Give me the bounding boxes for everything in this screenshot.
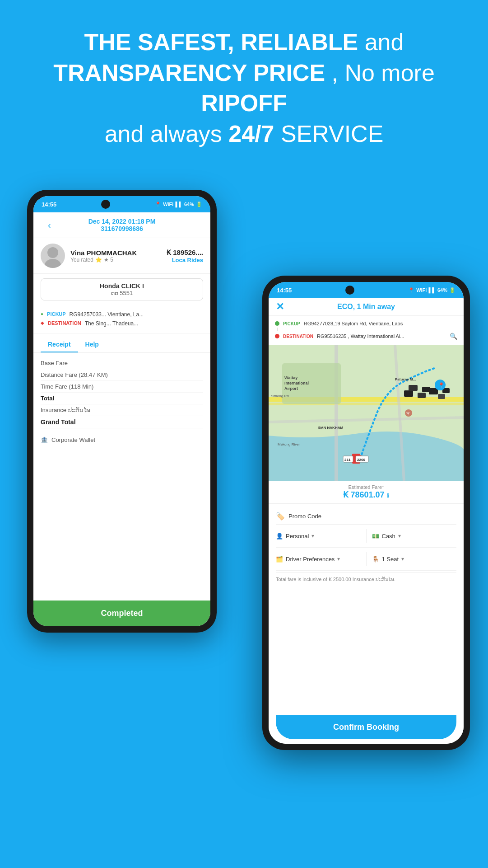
total-row: Total [41, 393, 203, 404]
seat-chevron: ▾ [401, 556, 404, 562]
tab-help[interactable]: Help [78, 337, 106, 352]
driver-rating: You rated ⭐ ★ 5 [70, 257, 137, 263]
time-fare-label: Time Fare (118 Min) [41, 383, 93, 390]
booking-phone: 311670998686 [88, 225, 156, 232]
location-icon-front: 📍 [408, 287, 414, 293]
battery-icon-front: 🔋 [449, 287, 455, 293]
pickup-label-back: PICKUP [47, 311, 66, 317]
header-service: and always 24/7 SERVICE [105, 121, 384, 147]
driver-seat-row: 🗂️ Driver Preferences ▾ 🪑 1 Seat ▾ [276, 548, 456, 571]
pickup-route-text: RG94277028,19 Saylom Rd, Vientiane, Laos [304, 321, 457, 326]
pickup-route-label: PICKUP [283, 321, 300, 326]
close-button[interactable]: ✕ [276, 301, 284, 313]
header-bold1: THE SAFEST, [84, 29, 234, 55]
svg-rect-12 [438, 394, 445, 399]
back-header-text: Dec 14, 2022 01:18 PM 311670998686 [88, 218, 156, 232]
pickup-dot [275, 321, 279, 326]
wifi-icon: WiFi [163, 202, 173, 207]
dest-row: ◆ DESTINATION The Sing... Thadeuа... [41, 320, 203, 327]
location-icon: 📍 [155, 202, 161, 207]
svg-text:211: 211 [344, 458, 351, 462]
phones-container: 14:55 📍 WiFi ▌▌ 64% 🔋 ‹ Dec 14, 2022 01:… [0, 176, 488, 868]
header-reliable: RELIABLE and [241, 29, 404, 55]
wallet-icon: 🏦 [41, 436, 48, 443]
price-service: ₭ 189526.... Loca Rides [167, 249, 203, 263]
svg-text:⛩: ⛩ [406, 412, 410, 416]
back-arrow-icon[interactable]: ‹ [48, 220, 51, 230]
battery-icon: 🔋 [196, 202, 202, 207]
front-time: 14:55 [277, 287, 292, 294]
option-divider-1 [366, 529, 367, 543]
confirm-booking-button[interactable]: Confirm Booking [276, 715, 456, 739]
back-icons: 📍 WiFi ▌▌ 64% 🔋 [155, 202, 202, 207]
cash-icon: 💵 [372, 533, 379, 540]
insurance-label: Insurance ປະກັນໄພ [41, 407, 90, 413]
svg-text:BAN NAKHAM: BAN NAKHAM [318, 426, 343, 430]
wallet-row: 🏦 Corporate Wallet [33, 433, 210, 447]
pickup-route-row: PICKUP RG94277028,19 Saylom Rd, Vientian… [275, 319, 457, 328]
bottom-panel: 🏷️ Promo Code 👤 Personal ▾ 💵 Cash ▾ [269, 504, 464, 744]
fare-estimate-label: Estimated Fare* [272, 484, 460, 490]
promo-row[interactable]: 🏷️ Promo Code [276, 508, 456, 525]
driver-pref-option[interactable]: 🗂️ Driver Preferences ▾ [276, 556, 361, 563]
svg-text:Wattay: Wattay [284, 375, 297, 380]
svg-point-0 [47, 247, 58, 258]
svg-rect-10 [418, 393, 426, 398]
cash-label: Cash [382, 533, 395, 540]
distance-fare-row: Distance Fare (28.47 KM) [41, 369, 203, 381]
battery-label: 64% [184, 202, 194, 207]
wallet-label: Corporate Wallet [51, 436, 95, 443]
svg-text:Airport: Airport [284, 386, 298, 391]
tab-receipt[interactable]: Receipt [41, 337, 78, 352]
svg-point-1 [45, 259, 61, 268]
promo-label: Promo Code [288, 513, 321, 520]
driver-avatar [41, 244, 65, 268]
svg-rect-14 [409, 385, 418, 391]
seat-option[interactable]: 🪑 1 Seat ▾ [372, 556, 457, 563]
base-fare-label: Base Fare [41, 360, 68, 366]
promo-icon: 🏷️ [276, 512, 285, 521]
svg-text:International: International [284, 381, 309, 385]
svg-text:Mekong River: Mekong River [278, 442, 300, 446]
ride-price: ₭ 189526.... [167, 249, 203, 257]
front-notch [345, 286, 354, 295]
seat-label: 1 Seat [382, 556, 399, 563]
personal-option[interactable]: 👤 Personal ▾ [276, 533, 361, 540]
back-time: 14:55 [42, 201, 56, 208]
dest-route-row: DESTINATION RG95516235 , Wattay Internat… [275, 331, 457, 341]
front-status-bar: 14:55 📍 WiFi ▌▌ 64% 🔋 [269, 282, 464, 298]
phone-front-screen: 14:55 📍 WiFi ▌▌ 64% 🔋 ✕ ECO, 1 Min away [269, 282, 464, 744]
svg-text:Sithong Rd: Sithong Rd [271, 394, 289, 398]
phone-back: 14:55 📍 WiFi ▌▌ 64% 🔋 ‹ Dec 14, 2022 01:… [27, 190, 217, 633]
insurance-note: Total fare is inclusive of ₭ 2500.00 Ins… [276, 572, 456, 586]
seat-icon: 🪑 [372, 556, 379, 563]
total-label: Total [41, 395, 54, 402]
svg-rect-9 [404, 390, 413, 397]
map-area: 📍 Wattay International Airport BAN NAKHA… [269, 345, 464, 481]
back-app-header: ‹ Dec 14, 2022 01:18 PM 311670998686 [33, 212, 210, 238]
svg-text:Patuxay M...: Patuxay M... [395, 377, 416, 381]
search-icon[interactable]: 🔍 [450, 333, 457, 340]
driver-pref-label: Driver Preferences [286, 556, 335, 563]
completed-button[interactable]: Completed [33, 601, 210, 626]
header-section: THE SAFEST, RELIABLE and TRANSPARENCY PR… [0, 0, 488, 167]
info-icon: ℹ [387, 493, 389, 499]
avatar-svg [41, 244, 65, 268]
battery-label-front: 64% [437, 287, 447, 293]
booking-date: Dec 14, 2022 01:18 PM [88, 218, 156, 225]
eco-title: ECO, 1 Min away [337, 303, 395, 311]
eco-top-bar: ✕ ECO, 1 Min away [269, 298, 464, 316]
dest-label-back: DESTINATION [48, 320, 81, 326]
signal-icon-front: ▌▌ [428, 287, 436, 293]
wifi-icon-front: WiFi [416, 287, 427, 293]
cash-chevron: ▾ [398, 533, 401, 539]
phone-back-screen: 14:55 📍 WiFi ▌▌ 64% 🔋 ‹ Dec 14, 2022 01:… [33, 196, 210, 626]
driver-info: Vina PHOMMACHAK You rated ⭐ ★ 5 ₭ 189526… [33, 238, 210, 274]
insurance-row: Insurance ປະກັນໄພ [41, 404, 203, 416]
star-icon: ⭐ [95, 257, 102, 263]
cash-option[interactable]: 💵 Cash ▾ [372, 533, 457, 540]
driver-details: Vina PHOMMACHAK You rated ⭐ ★ 5 [70, 249, 137, 263]
dest-route-text: RG95516235 , Wattay International Ai... [317, 333, 446, 339]
pickup-text-back: RG94257033... Vientiane, La... [70, 311, 144, 318]
distance-fare-label: Distance Fare (28.47 KM) [41, 371, 108, 378]
